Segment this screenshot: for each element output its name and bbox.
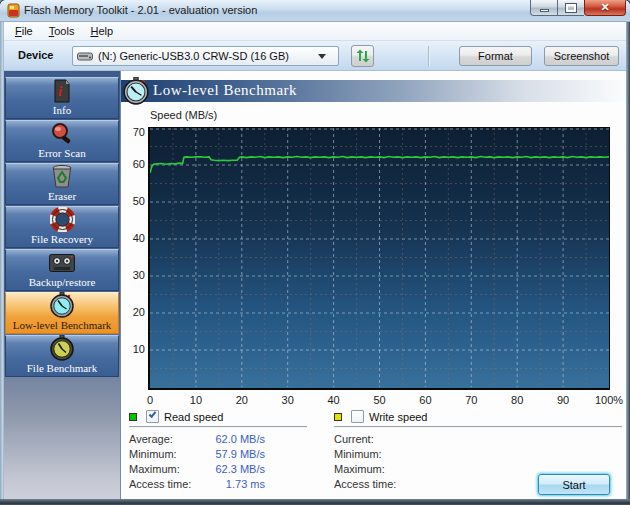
toolbar-separator <box>428 46 429 66</box>
device-value: (N:) Generic-USB3.0 CRW-SD (16 GB) <box>98 50 318 62</box>
dropdown-arrow-icon <box>318 54 326 59</box>
maximize-button[interactable] <box>558 0 584 16</box>
y-tick-label: 60 <box>123 158 145 170</box>
window-frame-right <box>626 22 630 501</box>
x-tick-label: 70 <box>465 394 477 406</box>
sidebar-item-label: Eraser <box>48 190 76 202</box>
check-icon <box>149 410 157 418</box>
x-tick-label: 60 <box>419 394 431 406</box>
refresh-arrows-icon <box>356 49 370 63</box>
sidebar-item-file-recovery[interactable]: File Recovery <box>5 206 119 248</box>
menu-tools[interactable]: Tools <box>41 23 83 39</box>
stat-label: Average: <box>129 433 173 445</box>
stat-label: Access time: <box>334 478 396 490</box>
close-button[interactable]: ✕ <box>584 0 626 16</box>
app-icon <box>6 3 21 18</box>
stat-label: Maximum: <box>129 463 180 475</box>
svg-text:i: i <box>58 84 62 99</box>
screenshot-button[interactable]: Screenshot <box>544 46 619 66</box>
y-tick-label: 70 <box>123 126 145 138</box>
close-icon: ✕ <box>600 1 609 14</box>
minimize-button[interactable] <box>530 0 558 16</box>
sidebar-item-label: Error Scan <box>38 147 85 159</box>
sidebar-item-eraser[interactable]: Eraser <box>5 163 119 205</box>
info-page-icon: i <box>52 78 72 103</box>
page-title: Low-level Benchmark <box>153 82 297 99</box>
stat-value: 1.73 ms <box>177 478 265 490</box>
app-window: Flash Memory Toolkit - 2.01 - evaluation… <box>0 0 630 505</box>
main-panel: Low-level Benchmark Speed (MB/s) 7060504… <box>121 71 626 499</box>
sidebar-item-backup-restore[interactable]: Backup/restore <box>5 249 119 291</box>
stat-label: Current: <box>334 433 374 445</box>
sidebar-item-label: Backup/restore <box>29 276 96 288</box>
drive-icon <box>77 51 93 61</box>
device-label: Device <box>18 49 53 61</box>
menu-bar: File Tools Help <box>4 22 626 41</box>
stat-value: 62.0 MB/s <box>177 433 265 445</box>
x-tick-label: 90 <box>557 394 569 406</box>
refresh-devices-button[interactable] <box>351 45 374 67</box>
cassette-icon <box>49 250 75 275</box>
minimize-icon <box>540 9 549 12</box>
x-tick-label: 20 <box>236 394 248 406</box>
x-tick-label: 100% <box>595 394 623 406</box>
stat-value: 57.9 MB/s <box>177 448 265 460</box>
start-button[interactable]: Start <box>538 474 610 495</box>
y-tick-label: 20 <box>123 306 145 318</box>
x-tick-label: 80 <box>511 394 523 406</box>
sidebar-item-info[interactable]: i Info <box>5 77 119 119</box>
x-tick-label: 30 <box>282 394 294 406</box>
sidebar-item-label: Low-level Benchmark <box>13 319 112 331</box>
chart-canvas <box>150 128 609 387</box>
stopwatch-header-icon <box>122 77 150 110</box>
stat-label: Minimum: <box>334 448 382 460</box>
window-frame-left <box>0 22 4 501</box>
write-speed-swatch <box>334 413 342 421</box>
read-speed-swatch <box>129 413 137 421</box>
sidebar-item-low-level-benchmark[interactable]: Low-level Benchmark <box>5 292 119 334</box>
sidebar-item-file-benchmark[interactable]: File Benchmark <box>5 335 119 377</box>
sidebar-item-error-scan[interactable]: Error Scan <box>5 120 119 162</box>
sidebar-item-label: File Recovery <box>31 233 93 245</box>
trash-bin-icon <box>51 164 73 189</box>
format-button[interactable]: Format <box>459 46 532 66</box>
stat-label: Minimum: <box>129 448 177 460</box>
read-section-divider <box>129 426 307 427</box>
sidebar-item-label: File Benchmark <box>27 362 98 374</box>
y-tick-label: 30 <box>123 269 145 281</box>
sidebar: i Info Error Scan <box>4 71 121 499</box>
stat-label: Maximum: <box>334 463 385 475</box>
x-tick-label: 50 <box>373 394 385 406</box>
benchmark-chart <box>148 127 610 390</box>
window-title: Flash Memory Toolkit - 2.01 - evaluation… <box>24 4 257 16</box>
stopwatch-yellow-icon <box>49 335 75 361</box>
device-select[interactable]: (N:) Generic-USB3.0 CRW-SD (16 GB) <box>72 46 339 66</box>
window-frame-bottom <box>0 499 630 505</box>
stat-value: 62.3 MB/s <box>177 463 265 475</box>
x-tick-label: 40 <box>327 394 339 406</box>
maximize-icon <box>566 4 576 12</box>
device-toolbar: Device (N:) Generic-USB3.0 CRW-SD (16 GB… <box>4 41 626 71</box>
x-tick-label: 10 <box>190 394 202 406</box>
y-tick-label: 10 <box>123 343 145 355</box>
chart-title: Speed (MB/s) <box>150 109 217 121</box>
life-ring-icon <box>50 207 75 232</box>
read-speed-checkbox[interactable] <box>146 410 159 423</box>
write-speed-label: Write speed <box>369 411 428 423</box>
menu-file[interactable]: File <box>7 23 41 39</box>
x-tick-label: 0 <box>147 394 153 406</box>
read-speed-label: Read speed <box>164 411 223 423</box>
sidebar-item-label: Info <box>53 104 71 116</box>
write-section-divider <box>334 426 622 427</box>
write-speed-checkbox[interactable] <box>351 410 364 423</box>
y-tick-label: 40 <box>123 232 145 244</box>
titlebar[interactable]: Flash Memory Toolkit - 2.01 - evaluation… <box>0 0 630 22</box>
y-tick-label: 50 <box>123 195 145 207</box>
menu-help[interactable]: Help <box>82 23 121 39</box>
stopwatch-cyan-icon <box>49 292 75 318</box>
magnifier-icon <box>49 121 75 146</box>
